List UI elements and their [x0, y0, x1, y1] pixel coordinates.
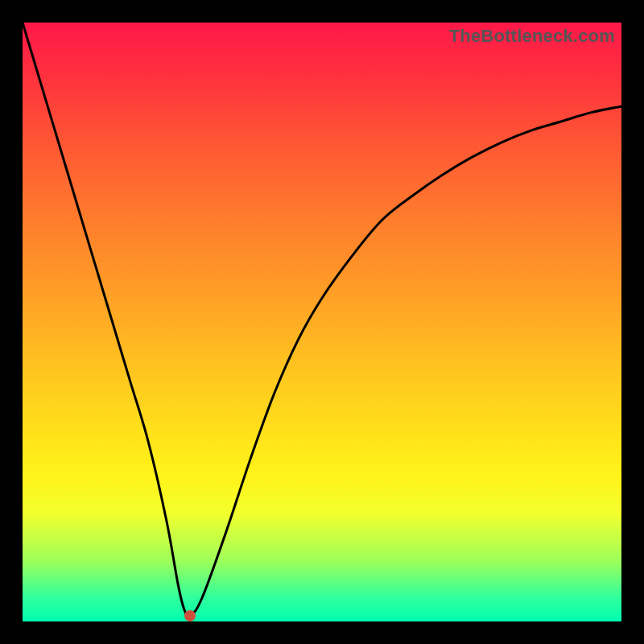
- plot-area: TheBottleneck.com: [23, 23, 621, 621]
- chart-frame: TheBottleneck.com: [0, 0, 644, 644]
- minimum-marker: [184, 610, 196, 621]
- curve-line: [23, 23, 621, 616]
- curve-layer: [23, 23, 621, 621]
- watermark-text: TheBottleneck.com: [449, 26, 615, 47]
